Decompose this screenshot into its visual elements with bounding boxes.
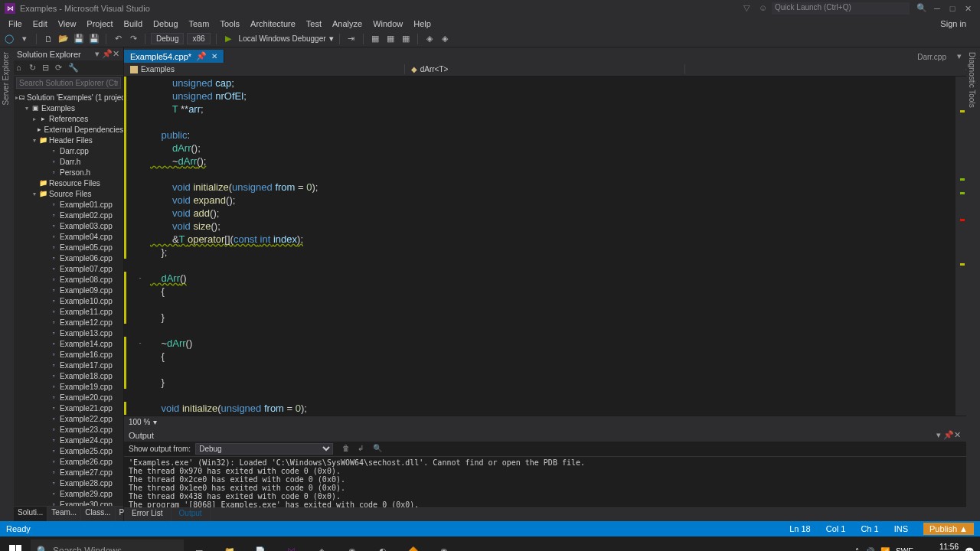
diagnostic-tools-tab[interactable]: Diagnostic Tools <box>966 47 978 112</box>
file-Example02.cpp[interactable]: ▫Example02.cpp <box>14 210 123 220</box>
file-Example20.cpp[interactable]: ▫Example20.cpp <box>14 392 123 403</box>
menu-debug[interactable]: Debug <box>148 19 183 28</box>
output-from-select[interactable]: Debug <box>195 443 333 455</box>
panel-close-icon[interactable]: ✕ <box>111 49 120 59</box>
obs-icon[interactable]: ◉ <box>337 536 368 551</box>
tab-pin-icon[interactable]: 📌 <box>196 51 207 61</box>
file-Example19.cpp[interactable]: ▫Example19.cpp <box>14 381 123 392</box>
save-all-icon[interactable]: 💾 <box>88 33 100 45</box>
menu-build[interactable]: Build <box>119 19 148 28</box>
file-Example28.cpp[interactable]: ▫Example28.cpp <box>14 478 123 488</box>
source-files-folder[interactable]: ▾📁Source Files <box>14 188 123 199</box>
sync-icon[interactable]: ⟳ <box>55 63 66 73</box>
file-Example06.cpp[interactable]: ▫Example06.cpp <box>14 253 123 263</box>
open-icon[interactable]: 📂 <box>57 33 70 45</box>
chrome-icon[interactable]: ◉ <box>429 536 459 551</box>
panel-tab[interactable]: Class... <box>81 507 115 521</box>
file-Example29.cpp[interactable]: ▫Example29.cpp <box>14 488 123 499</box>
back-icon[interactable]: ◯ <box>3 33 15 45</box>
file-Example17.cpp[interactable]: ▫Example17.cpp <box>14 360 123 370</box>
tab-overflow-icon[interactable]: ▾ <box>952 50 966 63</box>
file-Example10.cpp[interactable]: ▫Example10.cpp <box>14 295 123 306</box>
unity-icon[interactable]: ◈ <box>306 536 337 551</box>
file-Example14.cpp[interactable]: ▫Example14.cpp <box>14 338 123 349</box>
file-Example11.cpp[interactable]: ▫Example11.cpp <box>14 306 123 317</box>
output-find-icon[interactable]: 🔍 <box>373 444 384 455</box>
menu-help[interactable]: Help <box>408 19 436 28</box>
menu-team[interactable]: Team <box>184 19 215 28</box>
menu-architecture[interactable]: Architecture <box>245 19 301 28</box>
editor-tab-active[interactable]: Example54.cpp* 📌 ✕ <box>124 50 224 63</box>
file-Example01.cpp[interactable]: ▫Example01.cpp <box>14 199 123 210</box>
code-editor[interactable]: unsigned cap; unsigned nrOfEl; T **arr; … <box>145 77 956 416</box>
eclipse-icon[interactable]: ◐ <box>368 536 398 551</box>
overview-ruler[interactable] <box>956 77 966 416</box>
file-Example24.cpp[interactable]: ▫Example24.cpp <box>14 435 123 445</box>
collapse-icon[interactable]: ⊟ <box>42 63 53 73</box>
publish-button[interactable]: Publish ▲ <box>923 523 974 535</box>
file-Example23.cpp[interactable]: ▫Example23.cpp <box>14 424 123 435</box>
output-text[interactable]: 'Examples.exe' (Win32): Loaded 'C:\Windo… <box>124 457 966 507</box>
file-Example22.cpp[interactable]: ▫Example22.cpp <box>14 413 123 424</box>
file-Example03.cpp[interactable]: ▫Example03.cpp <box>14 220 123 231</box>
output-menu-icon[interactable]: ▾ <box>934 430 943 440</box>
taskbar-search-input[interactable]: 🔍 Search Windows <box>31 540 184 551</box>
menu-analyze[interactable]: Analyze <box>327 19 368 28</box>
file-Example26.cpp[interactable]: ▫Example26.cpp <box>14 456 123 467</box>
file-Example13.cpp[interactable]: ▫Example13.cpp <box>14 328 123 338</box>
nav-member-combo[interactable]: ◆ dArr<T> <box>405 64 686 74</box>
file-Example12.cpp[interactable]: ▫Example12.cpp <box>14 317 123 328</box>
server-explorer-tab[interactable]: Server Explorer <box>0 47 14 109</box>
panel-pin-icon[interactable]: 📌 <box>102 49 111 59</box>
editor-tab-preview[interactable]: Darr.cpp <box>911 51 952 63</box>
file-Example27.cpp[interactable]: ▫Example27.cpp <box>14 467 123 478</box>
header-files-folder[interactable]: ▾📁Header Files <box>14 135 123 145</box>
file-Example16.cpp[interactable]: ▫Example16.cpp <box>14 349 123 360</box>
platform-combo[interactable]: x86 <box>187 33 210 44</box>
output-tab[interactable]: Error List <box>124 508 172 521</box>
close-button[interactable]: ✕ <box>960 4 975 14</box>
panel-menu-icon[interactable]: ▾ <box>93 49 102 59</box>
file-Example09.cpp[interactable]: ▫Example09.cpp <box>14 285 123 295</box>
file-Darr.h[interactable]: ▫Darr.h <box>14 156 123 167</box>
search-icon[interactable]: 🔍 <box>916 3 927 14</box>
panel-tab[interactable]: Soluti... <box>14 507 47 521</box>
tb-icon-5[interactable]: ◈ <box>439 33 451 45</box>
output-close-icon[interactable]: ✕ <box>952 430 962 440</box>
debugger-button[interactable]: Local Windows Debugger <box>239 34 326 43</box>
menu-project[interactable]: Project <box>81 19 118 28</box>
references-folder[interactable]: ▸▸References <box>14 113 123 124</box>
file-Example18.cpp[interactable]: ▫Example18.cpp <box>14 370 123 381</box>
tb-icon-1[interactable]: ▦ <box>369 33 381 45</box>
redo-icon[interactable]: ↷ <box>127 33 139 45</box>
menu-test[interactable]: Test <box>301 19 327 28</box>
tb-icon-3[interactable]: ▦ <box>400 33 412 45</box>
new-icon[interactable]: 🗋 <box>42 33 54 45</box>
properties-icon[interactable]: 🔧 <box>68 63 79 73</box>
app-icon[interactable]: 🔶 <box>398 536 429 551</box>
menu-file[interactable]: File <box>3 19 28 28</box>
file-Example25.cpp[interactable]: ▫Example25.cpp <box>14 445 123 456</box>
tray-network-icon[interactable]: 🔊 <box>865 547 874 552</box>
tray-clock[interactable]: 11:56 2017-01-29 <box>920 543 959 551</box>
file-Example05.cpp[interactable]: ▫Example05.cpp <box>14 242 123 253</box>
output-tab[interactable]: Output <box>172 508 211 521</box>
file-Example04.cpp[interactable]: ▫Example04.cpp <box>14 231 123 242</box>
tb-icon-4[interactable]: ◈ <box>423 33 436 45</box>
forward-icon[interactable]: ▾ <box>18 33 31 45</box>
zoom-level[interactable]: 100 % <box>129 418 150 426</box>
minimize-button[interactable]: ─ <box>929 4 945 13</box>
start-button[interactable] <box>0 536 31 551</box>
nav-scope-combo[interactable]: Examples <box>124 64 405 74</box>
visual-studio-icon[interactable]: ⋈ <box>276 536 306 551</box>
sign-in-link[interactable]: Sign in <box>940 19 977 28</box>
file-Example08.cpp[interactable]: ▫Example08.cpp <box>14 274 123 285</box>
tray-chevron-icon[interactable]: ˄ <box>855 547 859 552</box>
tb-icon-2[interactable]: ▦ <box>384 33 397 45</box>
resource-files-folder[interactable]: 📁Resource Files <box>14 178 123 188</box>
notifications-icon[interactable]: ▽ <box>743 3 754 14</box>
file-explorer-icon[interactable]: 📁 <box>214 536 245 551</box>
play-icon[interactable]: ▶ <box>222 33 234 45</box>
output-clear-icon[interactable]: 🗑 <box>342 444 353 455</box>
solution-search-input[interactable] <box>16 77 121 89</box>
